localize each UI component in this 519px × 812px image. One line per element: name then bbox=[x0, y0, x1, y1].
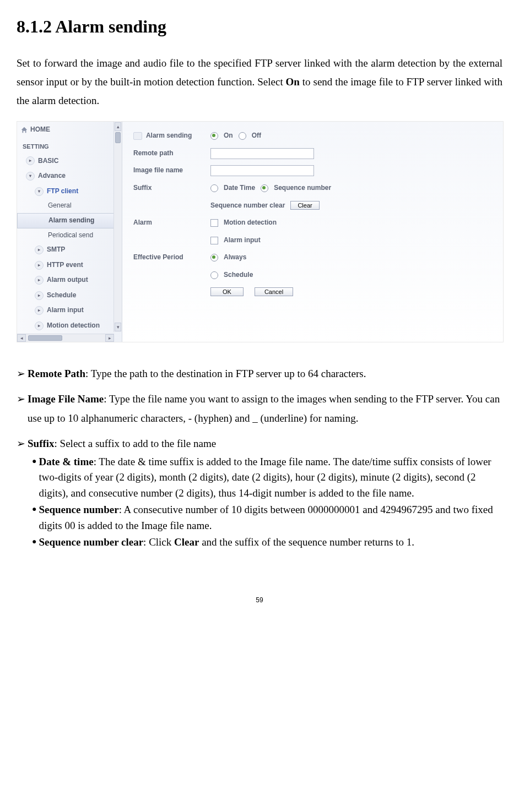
motion-detection-option: Motion detection bbox=[224, 217, 277, 229]
advance-label: Advance bbox=[38, 170, 66, 182]
scroll-left-icon[interactable]: ◂ bbox=[17, 334, 26, 342]
sidebar-advance[interactable]: ▾ Advance bbox=[17, 168, 122, 184]
chevron-icon: ➢ bbox=[17, 434, 25, 453]
http-event-label: HTTP event bbox=[47, 259, 83, 271]
scroll-right-icon[interactable]: ▸ bbox=[105, 334, 114, 342]
motion-detection-label: Motion detection bbox=[47, 320, 100, 332]
alarm-sending-label: Alarm sending bbox=[133, 130, 205, 142]
radio-schedule[interactable] bbox=[210, 271, 218, 279]
def-date-time-desc: : The date & time suffix is added to the… bbox=[39, 456, 491, 499]
def-remote-path-term: Remote Path bbox=[28, 368, 85, 379]
def-seq-clear-term: Sequence number clear bbox=[39, 536, 143, 548]
scroll-thumb-h[interactable] bbox=[28, 335, 62, 341]
checkbox-alarm-input[interactable] bbox=[210, 237, 218, 244]
scroll-down-icon[interactable]: ▾ bbox=[115, 323, 121, 331]
radio-on[interactable] bbox=[210, 132, 218, 140]
expand-icon: ▸ bbox=[26, 156, 35, 165]
expand-icon: ▸ bbox=[35, 261, 44, 270]
bullet-icon: ● bbox=[32, 535, 36, 551]
sidebar-http-event[interactable]: ▸HTTP event bbox=[17, 258, 122, 273]
sidebar-basic[interactable]: ▸ BASIC bbox=[17, 154, 122, 169]
page-number: 59 bbox=[17, 595, 502, 607]
checkbox-motion-detection[interactable] bbox=[210, 219, 218, 227]
settings-screenshot: HOME SETTING ▸ BASIC ▾ Advance ▾ FTP cli… bbox=[17, 121, 504, 342]
image-file-name-label: Image file name bbox=[133, 165, 205, 177]
def-suffix-desc: : Select a suffix to add to the file nam… bbox=[55, 438, 217, 449]
def-date-time: Date & time: The date & time suffix is a… bbox=[39, 454, 502, 502]
def-seq-clear-pre: : Click bbox=[143, 536, 174, 548]
ftp-client-label: FTP client bbox=[47, 186, 78, 198]
ok-button[interactable]: OK bbox=[210, 287, 244, 296]
radio-date-time[interactable] bbox=[210, 184, 218, 192]
off-label: Off bbox=[252, 130, 261, 142]
def-suffix: Suffix: Select a suffix to add to the fi… bbox=[28, 434, 502, 453]
scrollbar-vertical[interactable]: ▴ ▾ bbox=[113, 122, 122, 332]
sidebar-periodical-send[interactable]: Periodical send bbox=[17, 228, 122, 243]
scrollbar-horizontal[interactable]: ◂ ▸ bbox=[17, 334, 114, 342]
radio-always[interactable] bbox=[210, 254, 218, 261]
def-seq-clear: Sequence number clear: Click Clear and t… bbox=[39, 535, 502, 551]
expand-icon: ▸ bbox=[35, 246, 44, 254]
intro-bold: On bbox=[286, 76, 300, 88]
sidebar: HOME SETTING ▸ BASIC ▾ Advance ▾ FTP cli… bbox=[17, 122, 122, 342]
sidebar-alarm-output[interactable]: ▸Alarm output bbox=[17, 273, 122, 288]
expand-icon: ▸ bbox=[35, 306, 44, 315]
chevron-icon: ➢ bbox=[17, 364, 25, 383]
alarm-input-label: Alarm input bbox=[47, 304, 84, 317]
radio-sequence-number[interactable] bbox=[261, 184, 268, 192]
sidebar-general[interactable]: General bbox=[17, 199, 122, 213]
sidebar-home[interactable]: HOME bbox=[17, 122, 122, 138]
def-seq-num: Sequence number: A consecutive number of… bbox=[39, 502, 502, 533]
schedule-label: Schedule bbox=[47, 290, 76, 302]
sidebar-ftp-client[interactable]: ▾ FTP client bbox=[17, 184, 122, 199]
def-remote-path-desc: : Type the path to the destination in FT… bbox=[85, 368, 366, 379]
sidebar-alarm-sending[interactable]: Alarm sending bbox=[17, 213, 114, 228]
sidebar-motion-detection[interactable]: ▸Motion detection bbox=[17, 318, 122, 334]
sequence-number-label: Sequence number bbox=[274, 182, 331, 194]
chevron-icon: ➢ bbox=[17, 390, 25, 427]
always-label: Always bbox=[224, 252, 246, 264]
remote-path-label: Remote path bbox=[133, 148, 205, 160]
sidebar-alarm-input[interactable]: ▸Alarm input bbox=[17, 303, 122, 318]
def-image-file: Image File Name: Type the file name you … bbox=[28, 390, 502, 427]
collapse-icon: ▾ bbox=[35, 187, 44, 196]
remote-path-input[interactable] bbox=[210, 148, 314, 159]
section-heading: 8.1.2 Alarm sending bbox=[17, 11, 502, 43]
bullet-icon: ● bbox=[32, 502, 36, 533]
alarm-label: Alarm bbox=[133, 217, 205, 229]
main-panel: Alarm sending On Off Remote path Image f… bbox=[122, 122, 503, 342]
schedule-option-label: Schedule bbox=[224, 269, 253, 281]
basic-label: BASIC bbox=[38, 155, 58, 167]
clear-button[interactable]: Clear bbox=[290, 201, 319, 210]
bullet-icon: ● bbox=[32, 454, 36, 502]
suffix-label: Suffix bbox=[133, 182, 205, 194]
def-suffix-term: Suffix bbox=[28, 438, 55, 449]
radio-off[interactable] bbox=[239, 132, 246, 140]
scroll-up-icon[interactable]: ▴ bbox=[115, 122, 121, 131]
on-label: On bbox=[224, 130, 233, 142]
alarm-output-label: Alarm output bbox=[47, 274, 88, 286]
def-image-file-term: Image File Name bbox=[28, 393, 104, 405]
effective-period-label: Effective Period bbox=[133, 252, 205, 264]
home-icon bbox=[20, 126, 28, 134]
intro-paragraph: Set to forward the image and audio file … bbox=[17, 54, 502, 111]
definitions: ➢ Remote Path: Type the path to the dest… bbox=[17, 364, 502, 551]
def-seq-clear-post: and the suffix of the sequence number re… bbox=[199, 536, 414, 548]
cancel-button[interactable]: Cancel bbox=[255, 287, 293, 296]
sidebar-schedule[interactable]: ▸Schedule bbox=[17, 288, 122, 303]
scroll-thumb[interactable] bbox=[115, 132, 121, 143]
expand-icon: ▸ bbox=[35, 276, 44, 285]
def-seq-num-term: Sequence number bbox=[39, 504, 118, 515]
home-label: HOME bbox=[30, 124, 50, 136]
image-file-name-input[interactable] bbox=[210, 165, 314, 176]
expand-icon: ▸ bbox=[35, 291, 44, 300]
smtp-label: SMTP bbox=[47, 244, 65, 256]
expand-icon: ▸ bbox=[35, 321, 44, 330]
def-seq-clear-clear: Clear bbox=[174, 536, 199, 548]
def-remote-path: Remote Path: Type the path to the destin… bbox=[28, 364, 502, 383]
alarm-input-option: Alarm input bbox=[224, 235, 261, 247]
sidebar-setting-label: SETTING bbox=[17, 138, 122, 154]
def-date-time-term: Date & time bbox=[39, 456, 93, 467]
sidebar-smtp[interactable]: ▸SMTP bbox=[17, 242, 122, 258]
collapse-icon: ▾ bbox=[26, 172, 35, 181]
